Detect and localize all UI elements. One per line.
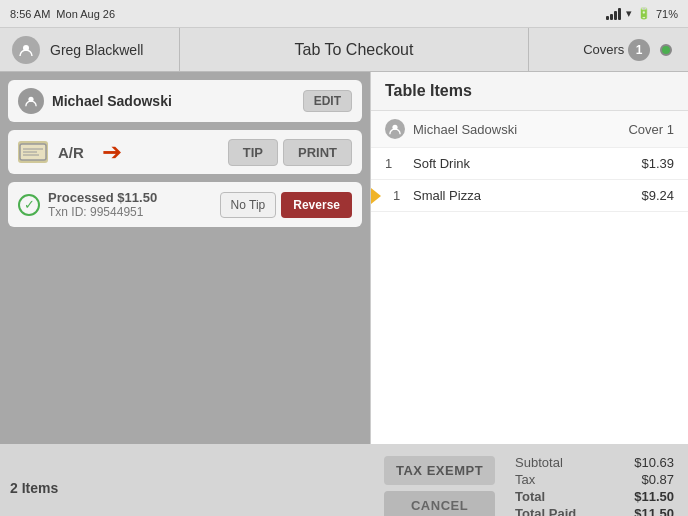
status-time: 8:56 AM (10, 8, 50, 20)
no-tip-button[interactable]: No Tip (220, 192, 277, 218)
item-price: $1.39 (641, 156, 674, 171)
battery-percent: 71% (656, 8, 678, 20)
customer-name: Michael Sadowski (52, 93, 172, 109)
customer-card: Michael Sadowski EDIT (8, 80, 362, 122)
covers-count: 1 (628, 39, 650, 61)
ar-row: A/R ➔ TIP PRINT (8, 130, 362, 174)
summary-totals: Subtotal $10.63 Tax $0.87 Total $11.50 T… (515, 455, 674, 516)
processed-row: ✓ Processed $11.50 Txn ID: 99544951 No T… (8, 182, 362, 227)
print-button[interactable]: PRINT (283, 139, 352, 166)
tax-exempt-button[interactable]: TAX EXEMPT (384, 456, 495, 485)
table-row: 1 Soft Drink $1.39 (371, 148, 688, 180)
tax-value: $0.87 (613, 472, 674, 487)
subtotal-label: Subtotal (515, 455, 597, 470)
right-panel: Table Items Michael Sadowski Cover 1 1 S… (370, 72, 688, 444)
processed-txn: Txn ID: 99544951 (48, 205, 157, 219)
subtotal-value: $10.63 (613, 455, 674, 470)
top-nav: Greg Blackwell Tab To Checkout Covers 1 (0, 28, 688, 72)
status-left: 8:56 AM Mon Aug 26 (10, 8, 115, 20)
table-items-body: Michael Sadowski Cover 1 1 Soft Drink $1… (371, 111, 688, 444)
status-bar: 8:56 AM Mon Aug 26 ▾ 🔋 71% (0, 0, 688, 28)
battery-icon: 🔋 (637, 7, 651, 20)
nav-covers: Covers 1 (528, 28, 688, 71)
ar-arrow-icon: ➔ (102, 138, 122, 166)
processed-amount: Processed $11.50 (48, 190, 157, 205)
item-name: Small Pizza (413, 188, 641, 203)
summary-left: 2 Items (0, 444, 370, 516)
order-cover: Cover 1 (628, 122, 674, 137)
ar-icon (18, 141, 48, 163)
status-day: Mon Aug 26 (56, 8, 115, 20)
tax-label: Tax (515, 472, 597, 487)
summary-right: TAX EXEMPT CANCEL Subtotal $10.63 Tax $0… (370, 444, 688, 516)
bottom-summary: 2 Items TAX EXEMPT CANCEL Subtotal $10.6… (0, 444, 688, 516)
nav-title: Tab To Checkout (180, 28, 528, 71)
order-customer-row: Michael Sadowski Cover 1 (371, 111, 688, 148)
item-price: $9.24 (641, 188, 674, 203)
item-arrow-icon (371, 188, 381, 204)
status-dot (660, 44, 672, 56)
summary-actions: TAX EXEMPT CANCEL (384, 456, 495, 516)
cancel-button[interactable]: CANCEL (384, 491, 495, 516)
nav-username: Greg Blackwell (50, 42, 143, 58)
order-customer-name: Michael Sadowski (413, 122, 628, 137)
processed-buttons: No Tip Reverse (220, 192, 352, 218)
total-value: $11.50 (613, 489, 674, 504)
order-avatar-icon (385, 119, 405, 139)
reverse-button[interactable]: Reverse (281, 192, 352, 218)
total-paid-label: Total Paid (515, 506, 597, 516)
check-circle-icon: ✓ (18, 194, 40, 216)
left-panel: Michael Sadowski EDIT A/R ➔ TIP (0, 72, 370, 444)
ar-action-buttons: TIP PRINT (228, 139, 352, 166)
table-items-header: Table Items (371, 72, 688, 111)
main-content: Michael Sadowski EDIT A/R ➔ TIP (0, 72, 688, 444)
total-paid-value: $11.50 (613, 506, 674, 516)
signal-icon (606, 8, 621, 20)
processed-left: ✓ Processed $11.50 Txn ID: 99544951 (18, 190, 157, 219)
items-count: 2 Items (10, 480, 58, 496)
nav-avatar-icon (12, 36, 40, 64)
ar-label: A/R (58, 144, 84, 161)
item-qty: 1 (385, 188, 405, 203)
tip-button[interactable]: TIP (228, 139, 278, 166)
customer-avatar (18, 88, 44, 114)
item-name: Soft Drink (413, 156, 641, 171)
customer-info: Michael Sadowski (18, 88, 172, 114)
covers-label: Covers 1 (583, 39, 650, 61)
item-qty: 1 (385, 156, 405, 171)
edit-button[interactable]: EDIT (303, 90, 352, 112)
processed-text: Processed $11.50 Txn ID: 99544951 (48, 190, 157, 219)
ar-left: A/R ➔ (18, 138, 122, 166)
table-row: 1 Small Pizza $9.24 (371, 180, 688, 212)
status-right: ▾ 🔋 71% (606, 7, 678, 20)
nav-user-section: Greg Blackwell (0, 28, 180, 71)
total-label: Total (515, 489, 597, 504)
wifi-icon: ▾ (626, 7, 632, 20)
